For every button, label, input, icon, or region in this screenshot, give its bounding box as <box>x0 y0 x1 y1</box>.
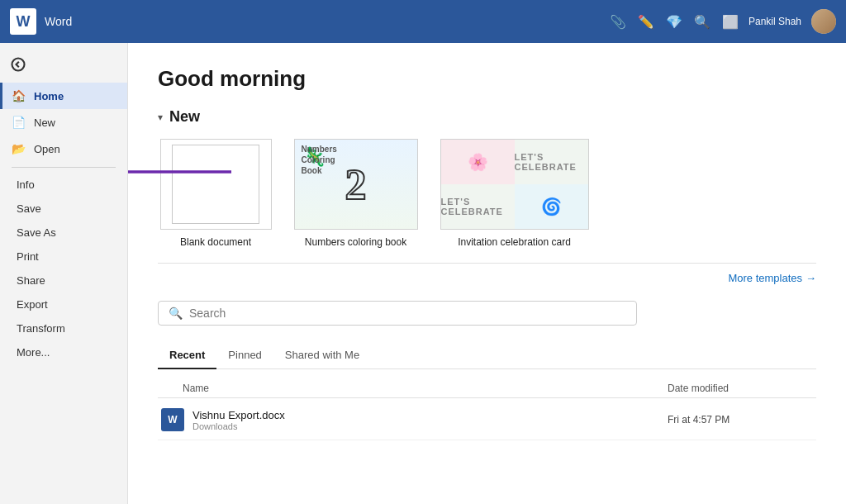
file-table-header: Name Date modified <box>158 379 816 398</box>
file-info: Vishnu Export.docx Downloads <box>188 409 668 431</box>
template-label-invitation: Invitation celebration card <box>458 236 571 248</box>
user-name[interactable]: Pankil Shah <box>749 16 801 27</box>
sidebar-item-print[interactable]: Print <box>0 245 127 269</box>
sidebar-item-label-home: Home <box>34 90 64 102</box>
new-section-header: ▾ New <box>158 108 816 126</box>
sidebar-back-button[interactable] <box>0 48 127 81</box>
back-icon <box>10 56 26 73</box>
invitation-thumb: 🌸 LET'S CELEBRATE LET'S CELEBRATE 🌀 <box>441 140 588 229</box>
template-label-coloring: Numbers coloring book <box>305 236 406 248</box>
coloring-number: 2 <box>345 160 367 209</box>
template-coloring[interactable]: 🦎 2 NumbersColoringBook Numbers coloring… <box>292 139 420 248</box>
col-date-header: Date modified <box>668 383 816 394</box>
pen-icon[interactable]: ✏️ <box>638 14 654 30</box>
template-thumb-blank[interactable] <box>160 139 272 230</box>
inv-cell-4: 🌀 <box>515 184 588 229</box>
avatar[interactable] <box>811 9 836 34</box>
blank-doc-inner <box>172 145 259 223</box>
file-date: Fri at 4:57 PM <box>668 414 816 426</box>
table-row[interactable]: W Vishnu Export.docx Downloads Fri at 4:… <box>158 400 816 440</box>
window-icon[interactable]: ⬜ <box>722 14 739 30</box>
file-path: Downloads <box>192 421 668 431</box>
templates-grid: Blank document 🦎 2 NumbersColoringBook N… <box>158 139 816 248</box>
sidebar-item-label-open: Open <box>34 143 60 155</box>
col-name-header: Name <box>158 383 668 394</box>
app-title: Word <box>45 15 72 28</box>
word-file-icon: W <box>161 408 184 431</box>
home-icon: 🏠 <box>12 89 26 102</box>
sidebar-divider <box>12 167 116 168</box>
more-templates-label: More templates <box>728 272 802 284</box>
search-top-icon[interactable]: 🔍 <box>694 14 711 30</box>
diamond-icon[interactable]: 💎 <box>666 14 682 30</box>
inv-cell-1: 🌸 <box>441 140 515 184</box>
search-bar: 🔍 <box>158 301 637 326</box>
coloring-book-text: NumbersColoringBook <box>302 144 337 176</box>
more-templates-link[interactable]: More templates → <box>728 272 816 284</box>
word-icon-letter: W <box>168 414 177 426</box>
sidebar-item-more[interactable]: More... <box>0 340 127 364</box>
paperclip-icon[interactable]: 📎 <box>610 14 626 30</box>
sidebar: 🏠 Home 📄 New 📂 Open Info Save Save As Pr… <box>0 43 128 504</box>
new-doc-icon: 📄 <box>12 116 26 129</box>
inv-cell-3: LET'S CELEBRATE <box>441 184 515 229</box>
svg-point-0 <box>12 59 25 71</box>
file-name: Vishnu Export.docx <box>192 409 668 421</box>
sidebar-item-save-as[interactable]: Save As <box>0 221 127 245</box>
logo-letter: W <box>17 13 31 31</box>
search-input[interactable] <box>189 307 626 320</box>
sidebar-item-info[interactable]: Info <box>0 173 127 197</box>
sidebar-item-home[interactable]: 🏠 Home <box>0 83 127 109</box>
sidebar-item-label-new: New <box>34 116 55 129</box>
template-blank[interactable]: Blank document <box>158 139 273 248</box>
sidebar-item-new[interactable]: 📄 New <box>0 109 127 136</box>
new-section-title: New <box>169 108 200 126</box>
arrow-right-icon: → <box>806 272 816 284</box>
sidebar-item-save[interactable]: Save <box>0 197 127 221</box>
tab-recent[interactable]: Recent <box>158 342 216 369</box>
inv-cell-2: LET'S CELEBRATE <box>515 140 588 184</box>
open-icon: 📂 <box>12 142 26 155</box>
tab-shared[interactable]: Shared with Me <box>273 342 371 369</box>
sidebar-item-share[interactable]: Share <box>0 269 127 292</box>
template-invitation[interactable]: 🌸 LET'S CELEBRATE LET'S CELEBRATE 🌀 Invi… <box>438 139 591 248</box>
file-tabs: Recent Pinned Shared with Me <box>158 342 816 369</box>
content-area: Good morning ▾ New Blank document 🦎 2 <box>128 43 846 504</box>
sidebar-item-export[interactable]: Export <box>0 292 127 316</box>
sidebar-item-open[interactable]: 📂 Open <box>0 136 127 162</box>
template-thumb-invitation[interactable]: 🌸 LET'S CELEBRATE LET'S CELEBRATE 🌀 <box>440 139 589 230</box>
search-icon: 🔍 <box>169 307 183 320</box>
sidebar-item-transform[interactable]: Transform <box>0 316 127 340</box>
main-container: 🏠 Home 📄 New 📂 Open Info Save Save As Pr… <box>0 43 846 504</box>
file-icon-cell: W <box>158 408 188 431</box>
app-logo: W <box>10 8 36 35</box>
greeting-text: Good morning <box>158 66 816 92</box>
template-thumb-coloring[interactable]: 🦎 2 NumbersColoringBook <box>294 139 418 230</box>
template-label-blank: Blank document <box>180 236 251 248</box>
tab-pinned[interactable]: Pinned <box>216 342 273 369</box>
top-bar: W Word 📎 ✏️ 💎 🔍 ⬜ Pankil Shah <box>0 0 846 43</box>
top-bar-right: 📎 ✏️ 💎 🔍 ⬜ Pankil Shah <box>610 9 836 34</box>
collapse-button[interactable]: ▾ <box>158 112 163 123</box>
more-templates-row: More templates → <box>158 263 816 284</box>
top-bar-icons: 📎 ✏️ 💎 🔍 ⬜ <box>610 14 739 30</box>
